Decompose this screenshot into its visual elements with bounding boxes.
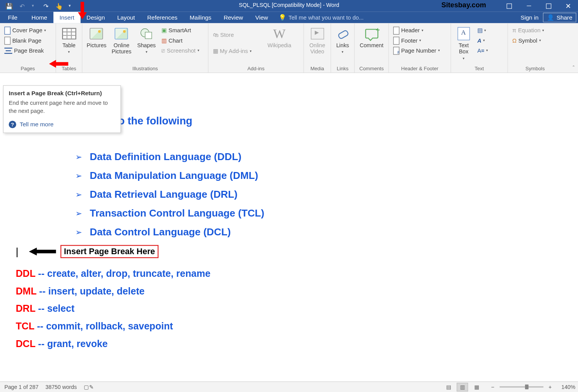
collapse-ribbon-icon[interactable]: ˆ xyxy=(573,65,575,71)
header-button[interactable]: Header▾ xyxy=(392,25,448,35)
blank-page-button[interactable]: Blank Page xyxy=(3,35,53,45)
equation-button[interactable]: πEquation▾ xyxy=(511,25,560,35)
wikipedia-icon: W xyxy=(272,26,287,41)
qat-customize-icon[interactable]: ▼ xyxy=(63,0,76,12)
table-button[interactable]: Table▾ xyxy=(59,25,80,54)
smartart-icon: ▣ xyxy=(161,27,167,34)
list-item: DCL -- grant, revoke xyxy=(16,338,211,350)
tab-review[interactable]: Review xyxy=(218,12,249,23)
online-pictures-button[interactable]: Online Pictures xyxy=(110,25,133,55)
quick-parts-icon: ▤ xyxy=(477,27,483,34)
zoom-slider[interactable] xyxy=(500,386,543,387)
pictures-icon xyxy=(89,26,104,41)
lightbulb-icon: 💡 xyxy=(279,14,286,21)
web-layout-icon[interactable]: ▦ xyxy=(471,382,482,391)
tab-layout[interactable]: Layout xyxy=(111,12,141,23)
list-item: DRL -- select xyxy=(16,303,211,315)
group-addins: 🛍Store ▦My Add-ins▾ WWikipedia Add-ins xyxy=(208,23,304,73)
annotation-red-arrow-down xyxy=(78,2,87,20)
footer-button[interactable]: Footer▾ xyxy=(392,35,448,45)
share-button[interactable]: 👤 Share xyxy=(543,13,576,22)
list-item: TCL -- commit, rollback, savepoint xyxy=(16,321,211,332)
share-icon: 👤 xyxy=(547,14,554,21)
print-layout-icon[interactable]: ▥ xyxy=(457,382,468,391)
annotation-insert-here-label: Insert Page Break Here xyxy=(60,245,158,258)
text-box-button[interactable]: Text Box▾ xyxy=(453,25,473,60)
tell-me-search[interactable]: 💡 Tell me what you want to do... xyxy=(279,12,364,23)
window-controls: ✕ xyxy=(499,0,578,12)
online-pictures-icon xyxy=(114,26,129,41)
read-mode-icon[interactable]: ▤ xyxy=(443,382,454,391)
zoom-level[interactable]: 140% xyxy=(561,384,575,390)
comment-button[interactable]: Comment xyxy=(357,25,386,49)
redo-icon[interactable]: ↷ xyxy=(40,0,53,12)
group-illustrations: Pictures Online Pictures Shapes▾ ▣SmartA… xyxy=(82,23,208,73)
tab-view[interactable]: View xyxy=(249,12,274,23)
annotation-red-arrow-left xyxy=(49,60,68,69)
svg-marker-0 xyxy=(78,2,87,20)
page-break-tooltip: Insert a Page Break (Ctrl+Return) End th… xyxy=(3,85,121,133)
shapes-button[interactable]: Shapes▾ xyxy=(135,25,158,54)
tooltip-title: Insert a Page Break (Ctrl+Return) xyxy=(9,90,115,97)
chart-button[interactable]: ▥Chart xyxy=(160,35,206,45)
store-button[interactable]: 🛍Store xyxy=(211,30,262,40)
doc-definition-lines: DDL -- create, alter, drop, truncate, re… xyxy=(16,268,211,356)
status-bar: Page 1 of 287 38750 words ▢✎ ▤ ▥ ▦ − + 1… xyxy=(0,382,578,392)
proofing-icon[interactable]: ▢✎ xyxy=(84,384,94,390)
tab-insert[interactable]: Insert xyxy=(53,12,80,23)
group-illustrations-label: Illustrations xyxy=(85,65,205,73)
close-icon[interactable]: ✕ xyxy=(558,0,578,12)
ribbon-display-options-icon[interactable] xyxy=(499,0,519,12)
my-addins-button[interactable]: ▦My Add-ins▾ xyxy=(211,46,262,56)
wordart-icon: A xyxy=(477,37,482,44)
list-item: DDL -- create, alter, drop, truncate, re… xyxy=(16,268,211,280)
quick-parts-button[interactable]: ▤▾ xyxy=(475,25,505,35)
list-item: ➢Data Retrieval Language (DRL) xyxy=(75,189,264,200)
page-number-button[interactable]: #Page Number▾ xyxy=(392,45,448,55)
tooltip-tell-me-more[interactable]: ? Tell me more xyxy=(9,121,115,128)
links-button[interactable]: Links▾ xyxy=(334,25,352,54)
list-item: ➢Data Definition Language (DDL) xyxy=(75,151,264,163)
wordart-button[interactable]: A▾ xyxy=(475,35,505,45)
list-item: ➢Data Manipulation Language (DML) xyxy=(75,170,264,182)
group-text: Text Box▾ ▤▾ A▾ A≡▾ Text xyxy=(451,23,508,73)
quick-access-toolbar: 💾 ↶ ▼ ↷ 👆 ▼ xyxy=(0,0,76,12)
undo-dropdown-icon[interactable]: ▼ xyxy=(26,0,39,12)
store-icon: 🛍 xyxy=(213,31,219,38)
bullet-icon: ➢ xyxy=(75,227,82,237)
save-icon[interactable]: 💾 xyxy=(3,0,16,12)
links-icon xyxy=(335,26,350,41)
equation-icon: π xyxy=(512,27,516,34)
page-break-button[interactable]: Page Break xyxy=(3,45,53,55)
minimize-icon[interactable] xyxy=(519,0,538,12)
group-header-footer-label: Header & Footer xyxy=(392,65,448,73)
smartart-button[interactable]: ▣SmartArt xyxy=(160,25,206,35)
chart-icon: ▥ xyxy=(161,37,167,44)
doc-bullet-list: ➢Data Definition Language (DDL) ➢Data Ma… xyxy=(75,151,264,245)
zoom-in-icon[interactable]: + xyxy=(548,384,551,390)
tab-home[interactable]: Home xyxy=(25,12,53,23)
cover-page-icon xyxy=(4,26,10,35)
status-words[interactable]: 38750 words xyxy=(45,384,77,390)
drop-cap-button[interactable]: A≡▾ xyxy=(475,45,505,55)
screenshot-button[interactable]: ⎚Screenshot▾ xyxy=(160,45,206,55)
group-header-footer: Header▾ Footer▾ #Page Number▾ Header & F… xyxy=(389,23,451,73)
maximize-icon[interactable] xyxy=(538,0,558,12)
footer-icon xyxy=(393,36,399,45)
tab-mailings[interactable]: Mailings xyxy=(184,12,218,23)
text-cursor xyxy=(17,248,17,257)
status-page[interactable]: Page 1 of 287 xyxy=(4,384,38,390)
zoom-out-icon[interactable]: − xyxy=(491,384,494,390)
group-addins-label: Add-ins xyxy=(211,65,301,73)
cover-page-button[interactable]: Cover Page▾ xyxy=(3,25,53,35)
group-comments-label: Comments xyxy=(357,65,386,73)
page-number-icon: # xyxy=(393,46,399,55)
symbol-button[interactable]: ΩSymbol▾ xyxy=(511,35,560,45)
tab-references[interactable]: References xyxy=(141,12,184,23)
screenshot-icon: ⎚ xyxy=(161,47,165,54)
wikipedia-button[interactable]: WWikipedia xyxy=(264,25,294,49)
pictures-button[interactable]: Pictures xyxy=(85,25,108,49)
online-video-button[interactable]: Online Video xyxy=(307,25,328,55)
tab-file[interactable]: File xyxy=(0,12,25,23)
sign-in-link[interactable]: Sign in xyxy=(520,14,538,21)
